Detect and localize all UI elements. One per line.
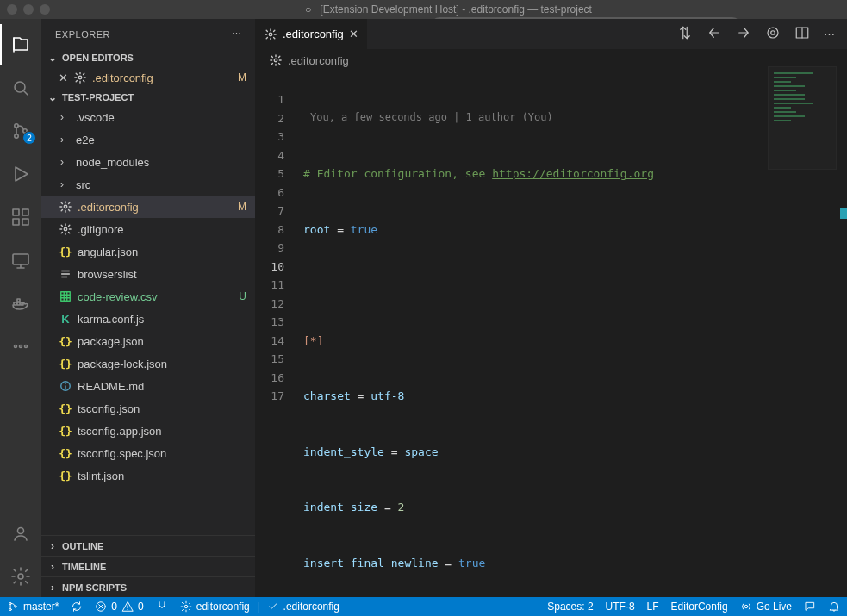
go-back-icon[interactable]: [707, 25, 722, 43]
more-actions-icon[interactable]: ⋯: [824, 28, 835, 40]
file-item[interactable]: README.md: [41, 375, 255, 397]
status-problems[interactable]: 0 0: [95, 600, 143, 613]
svg-rect-12: [17, 299, 20, 302]
window-title: ○ [Extension Development Host] - .editor…: [57, 3, 840, 16]
activity-explorer[interactable]: [0, 24, 41, 65]
activity-remote[interactable]: [0, 240, 41, 281]
code-editor[interactable]: 1234 5678 9101112 13141516 17 You, a few…: [255, 72, 847, 597]
open-editor-label: .editorconfig: [92, 72, 153, 84]
svg-point-17: [18, 574, 23, 579]
section-outline[interactable]: › OUTLINE: [41, 535, 255, 556]
activity-source-control[interactable]: 2: [0, 110, 41, 152]
status-feedback-icon[interactable]: [804, 600, 816, 613]
status-encoding[interactable]: UTF-8: [606, 600, 635, 613]
status-editorconfig-ext[interactable]: editorconfig | .editorconfig: [180, 600, 339, 613]
gitlens-blame-header: You, a few seconds ago | 1 author (You): [303, 109, 847, 128]
file-label: README.md: [78, 380, 144, 393]
file-label: e2e: [76, 134, 95, 146]
svg-rect-9: [14, 302, 16, 305]
svg-rect-8: [13, 254, 28, 264]
section-npm-scripts[interactable]: › NPM SCRIPTS: [41, 576, 255, 597]
svg-point-19: [64, 205, 67, 208]
code-content[interactable]: You, a few seconds ago | 1 author (You) …: [296, 72, 847, 597]
file-item[interactable]: .editorconfigM: [41, 196, 255, 218]
file-item[interactable]: Kkarma.conf.js: [41, 308, 255, 330]
open-editor-item[interactable]: ✕ .editorconfig M: [41, 66, 255, 89]
file-item[interactable]: browserslist: [41, 263, 255, 285]
activity-bar: 2: [0, 19, 41, 597]
file-item[interactable]: {}tslint.json: [41, 464, 255, 487]
svg-rect-21: [61, 292, 71, 302]
activity-run-debug[interactable]: [0, 153, 41, 195]
activity-extensions[interactable]: [0, 196, 41, 238]
chevron-right-icon: ›: [60, 111, 71, 123]
activity-search[interactable]: [0, 67, 41, 109]
compare-icon[interactable]: [677, 25, 693, 43]
activity-docker[interactable]: [0, 283, 41, 324]
chevron-down-icon: ⌄: [47, 52, 59, 64]
file-item[interactable]: {}tsconfig.json: [41, 397, 255, 420]
file-item[interactable]: .gitignore: [41, 218, 255, 240]
status-bell-icon[interactable]: [828, 600, 840, 613]
folder-item[interactable]: ›.vscode: [41, 106, 255, 128]
activity-settings-gear[interactable]: [0, 556, 41, 597]
svg-point-24: [768, 28, 778, 38]
activity-more[interactable]: [0, 326, 41, 367]
json-icon: {}: [59, 335, 72, 348]
status-eol[interactable]: LF: [647, 600, 659, 613]
status-language[interactable]: EditorConfig: [671, 600, 728, 613]
editor-actions: ⋯: [665, 19, 847, 49]
minimap[interactable]: [768, 66, 837, 170]
gear-icon: [269, 54, 283, 66]
file-label: package.json: [78, 335, 144, 348]
file-label: package-lock.json: [78, 358, 167, 370]
file-item[interactable]: {}angular.json: [41, 240, 255, 263]
svg-rect-4: [13, 209, 19, 215]
preview-icon[interactable]: [765, 25, 781, 43]
close-window-icon[interactable]: [7, 4, 17, 15]
status-go-live[interactable]: Go Live: [740, 600, 792, 613]
json-icon: {}: [59, 470, 72, 482]
file-item[interactable]: {}tsconfig.app.json: [41, 420, 255, 442]
chevron-right-icon: ›: [60, 156, 71, 168]
json-icon: {}: [59, 425, 72, 438]
svg-point-16: [18, 528, 24, 534]
status-sync[interactable]: [71, 600, 83, 613]
chevron-right-icon: ›: [60, 178, 71, 190]
chevron-right-icon: ›: [47, 582, 59, 594]
file-label: node_modules: [76, 156, 149, 169]
file-tree: ›.vscode›e2e›node_modules›src.editorconf…: [41, 106, 255, 487]
folder-item[interactable]: ›e2e: [41, 128, 255, 151]
file-item[interactable]: {}package-lock.json: [41, 352, 255, 375]
section-timeline[interactable]: › TIMELINE: [41, 556, 255, 576]
editor-tab[interactable]: .editorconfig ✕: [255, 19, 368, 49]
json-icon: {}: [59, 402, 72, 415]
folder-item[interactable]: ›src: [41, 173, 255, 196]
sidebar-more-icon[interactable]: ⋯: [232, 28, 242, 40]
status-branch[interactable]: master*: [7, 600, 59, 613]
tab-label: .editorconfig: [283, 28, 344, 40]
chevron-down-icon: ⌄: [47, 91, 59, 103]
go-forward-icon[interactable]: [736, 25, 751, 43]
breadcrumb[interactable]: .editorconfig: [255, 49, 847, 72]
section-project[interactable]: ⌄ TEST-PROJECT: [41, 89, 255, 106]
section-open-editors[interactable]: ⌄ OPEN EDITORS: [41, 49, 255, 66]
file-item[interactable]: code-review.csvU: [41, 285, 255, 308]
svg-point-25: [771, 31, 775, 35]
zoom-window-icon[interactable]: [40, 4, 50, 15]
file-item[interactable]: {}package.json: [41, 330, 255, 352]
json-icon: {}: [59, 447, 72, 460]
file-item[interactable]: {}tsconfig.spec.json: [41, 442, 255, 464]
folder-item[interactable]: ›node_modules: [41, 151, 255, 173]
minimize-window-icon[interactable]: [23, 4, 34, 15]
close-icon[interactable]: ✕: [59, 72, 68, 84]
svg-point-14: [20, 345, 22, 348]
activity-account[interactable]: [0, 513, 41, 554]
status-ports-icon[interactable]: [156, 600, 168, 613]
file-status-badge: M: [238, 201, 246, 213]
split-editor-icon[interactable]: [794, 25, 810, 43]
status-indent[interactable]: Spaces: 2: [547, 600, 593, 613]
file-label: tsconfig.app.json: [78, 425, 162, 438]
svg-rect-6: [13, 219, 19, 225]
close-icon[interactable]: ✕: [349, 28, 358, 40]
